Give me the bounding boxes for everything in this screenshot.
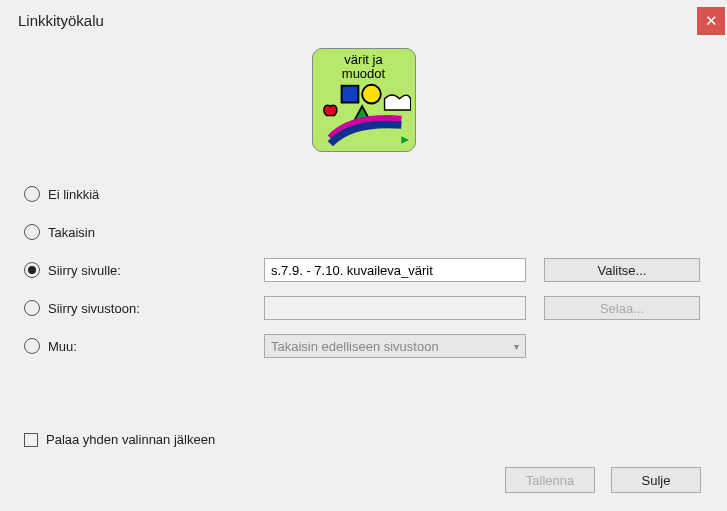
radio-other[interactable] (24, 338, 40, 354)
close-icon: ✕ (705, 12, 718, 30)
svg-marker-3 (401, 136, 408, 143)
goto-site-input (264, 296, 526, 320)
radio-goto-page[interactable] (24, 262, 40, 278)
radio-no-link[interactable] (24, 186, 40, 202)
cell-preview: värit ja muodot (312, 48, 416, 152)
save-button: Tallenna (505, 467, 595, 493)
svg-rect-0 (341, 85, 358, 102)
option-goto-page-row: Siirry sivulle: Valitse... (24, 252, 703, 288)
radio-back-label: Takaisin (48, 225, 95, 240)
browse-site-button: Selaa... (544, 296, 700, 320)
option-no-link-row: Ei linkkiä (24, 176, 703, 212)
radio-goto-page-label: Siirry sivulle: (48, 263, 121, 278)
choose-page-button-label: Valitse... (598, 263, 647, 278)
return-after-checkbox[interactable] (24, 433, 38, 447)
dialog-title: Linkkityökalu (18, 12, 104, 29)
svg-point-1 (362, 84, 381, 103)
dialog-content: värit ja muodot Ei linkkiä Takaisin (0, 40, 727, 509)
option-goto-site-row: Siirry sivustoon: Selaa... (24, 290, 703, 326)
goto-page-input[interactable] (264, 258, 526, 282)
chevron-down-icon: ▾ (514, 341, 519, 352)
dialog-footer: Tallenna Sulje (24, 467, 703, 493)
close-button[interactable]: ✕ (697, 7, 725, 35)
choose-page-button[interactable]: Valitse... (544, 258, 700, 282)
other-action-select[interactable]: Takaisin edelliseen sivustoon ▾ (264, 334, 526, 358)
browse-site-button-label: Selaa... (600, 301, 644, 316)
option-other-row: Muu: Takaisin edelliseen sivustoon ▾ (24, 328, 703, 364)
option-back-row: Takaisin (24, 214, 703, 250)
other-action-selected: Takaisin edelliseen sivustoon (271, 339, 439, 354)
radio-back[interactable] (24, 224, 40, 240)
shapes-icon (317, 82, 411, 147)
save-button-label: Tallenna (526, 473, 574, 488)
return-after-label: Palaa yhden valinnan jälkeen (46, 432, 215, 447)
radio-goto-site[interactable] (24, 300, 40, 316)
radio-other-label: Muu: (48, 339, 77, 354)
radio-no-link-label: Ei linkkiä (48, 187, 99, 202)
return-after-row: Palaa yhden valinnan jälkeen (24, 432, 703, 447)
cell-preview-line1: värit ja (344, 53, 382, 67)
close-dialog-button[interactable]: Sulje (611, 467, 701, 493)
preview-wrap: värit ja muodot (24, 48, 703, 152)
titlebar: Linkkityökalu ✕ (0, 0, 727, 40)
close-dialog-button-label: Sulje (642, 473, 671, 488)
cell-preview-line2: muodot (342, 67, 385, 81)
radio-goto-site-label: Siirry sivustoon: (48, 301, 140, 316)
